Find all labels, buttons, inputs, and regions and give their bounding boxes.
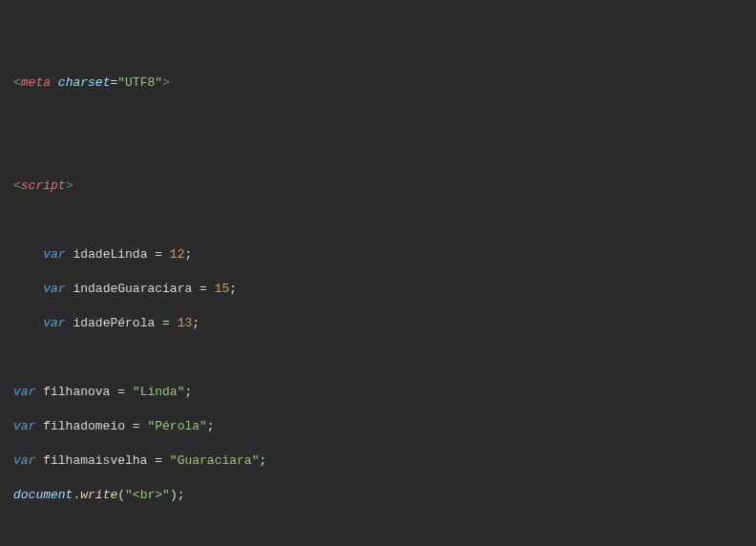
var-keyword: var — [43, 282, 65, 296]
equals-op: = — [155, 453, 170, 468]
paren: ) — [170, 488, 178, 502]
identifier: idadeLinda — [66, 247, 156, 262]
var-keyword: var — [13, 385, 35, 399]
var-keyword: var — [13, 453, 35, 468]
code-line: var idadeLinda = 12; — [0, 246, 756, 263]
charset-attr: charset — [58, 75, 111, 90]
code-line: var filhanova = "Linda"; — [0, 384, 756, 401]
equals-op: = — [162, 316, 178, 330]
var-keyword: var — [43, 316, 65, 330]
semicolon: ; — [184, 247, 192, 262]
equals-op: = — [200, 282, 215, 296]
code-line — [0, 212, 756, 229]
var-keyword: var — [43, 247, 65, 262]
number-literal: 13 — [178, 316, 193, 330]
equals-op: = — [155, 247, 170, 262]
document-object: document — [13, 488, 73, 502]
string-literal: "Guaraciara" — [170, 453, 260, 468]
identifier: filhanova — [35, 385, 117, 399]
semicolon: ; — [229, 282, 237, 296]
string-value: "UTF8" — [117, 75, 162, 90]
code-line: <script> — [0, 178, 756, 195]
var-keyword: var — [13, 419, 35, 433]
identifier: idadePérola — [66, 316, 162, 330]
semicolon: ; — [259, 453, 266, 468]
string-literal: "<br>" — [125, 488, 170, 502]
code-line — [0, 521, 756, 538]
equals-op: = — [133, 419, 148, 433]
code-line: var filhamaisvelha = "Guaraciara"; — [0, 452, 756, 470]
write-function: write — [80, 488, 117, 502]
code-line: var filhadomeio = "Pérola"; — [0, 418, 756, 435]
code-line — [0, 109, 756, 126]
semicolon: ; — [178, 488, 185, 502]
code-line — [0, 143, 756, 160]
code-line: document.write("<br>"); — [0, 487, 756, 504]
code-line: <meta charset="UTF8"> — [0, 74, 756, 92]
code-line: var idadePérola = 13; — [0, 315, 756, 332]
identifier: filhadomeio — [35, 419, 132, 433]
string-literal: "Linda" — [133, 385, 185, 399]
angle-bracket: > — [66, 178, 74, 193]
number-literal: 15 — [215, 282, 230, 296]
script-tag: script — [21, 178, 66, 193]
number-literal: 12 — [170, 247, 185, 262]
identifier: filhamaisvelha — [35, 453, 155, 468]
meta-tag: meta — [21, 75, 51, 90]
equals-op: = — [117, 385, 133, 399]
angle-bracket: < — [13, 178, 21, 193]
identifier: indadeGuaraciara — [66, 282, 200, 296]
semicolon: ; — [192, 316, 200, 330]
string-literal: "Pérola" — [147, 419, 206, 433]
angle-bracket: < — [13, 75, 21, 90]
angle-bracket: > — [162, 75, 170, 90]
code-line: var indadeGuaraciara = 15; — [0, 281, 756, 298]
semicolon: ; — [184, 385, 192, 399]
paren: ( — [117, 488, 125, 502]
code-line — [0, 349, 756, 367]
semicolon: ; — [207, 419, 215, 433]
code-editor[interactable]: <meta charset="UTF8"> <script> var idade… — [0, 74, 756, 546]
